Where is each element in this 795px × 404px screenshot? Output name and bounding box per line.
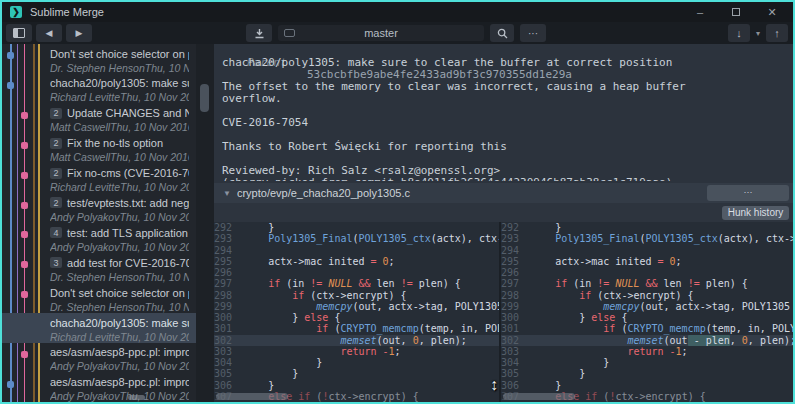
diff-line[interactable]: 296: [214, 267, 499, 278]
commit-row[interactable]: aes/asm/aesp8-ppc.pl: improve [backward]…: [2, 343, 196, 373]
diff-line[interactable]: 306 }: [501, 380, 793, 391]
line-number: 305: [501, 368, 531, 379]
pull-button[interactable]: ↓: [728, 24, 750, 42]
push-dropdown-button[interactable]: ▾: [790, 24, 795, 42]
back-icon: ◀: [46, 28, 53, 38]
line-number: 303: [214, 346, 244, 357]
diff-line[interactable]: 301 if (CRYPTO_memcmp(temp, in, POLY1305…: [214, 323, 499, 334]
commit-button[interactable]: [246, 24, 272, 42]
commit-title: 4test: add TLS application data corrupti…: [50, 226, 189, 240]
diff-line[interactable]: 304 }: [501, 357, 793, 368]
diff-line[interactable]: 297 if (in != NULL && len != plen) { /* …: [214, 278, 499, 289]
commit-row[interactable]: 4test: add TLS application data corrupti…: [2, 223, 196, 253]
commit-row[interactable]: 3add test for CVE-2016-7053Dr. Stephen H…: [2, 253, 196, 283]
code-text: }: [244, 357, 499, 368]
file-more-button[interactable]: ···: [707, 185, 789, 201]
commit-meta: Dr. Stephen HensonThu, 10 Nov 2016: [50, 271, 189, 283]
diff-line[interactable]: 302 memset(out, 0, plen);: [214, 335, 499, 346]
diff-line[interactable]: 300 } else {: [501, 312, 793, 323]
toggle-sidebar-button[interactable]: [6, 24, 32, 42]
back-button[interactable]: ◀: [36, 24, 62, 42]
diff-hscroll-thumb[interactable]: [503, 393, 575, 400]
diff-line[interactable]: 294: [214, 245, 499, 256]
line-number: 301: [501, 323, 531, 334]
diff-line[interactable]: 305 }: [214, 368, 499, 379]
commit-row[interactable]: 2test/evptests.txt: add negative tests f…: [2, 193, 196, 223]
line-number: 293: [214, 233, 244, 244]
line-number: 305: [214, 368, 244, 379]
line-number: 296: [501, 267, 531, 278]
maximize-button[interactable]: [729, 6, 743, 18]
commit-count-badge: 2: [50, 108, 62, 119]
branch-field-icon: [284, 29, 295, 37]
scrollbar-thumb[interactable]: [200, 84, 209, 112]
commit-author: Matt Caswell: [50, 121, 110, 133]
code-text: if (ctx->encrypt) {: [244, 290, 499, 301]
diff-line[interactable]: 304 }: [214, 357, 499, 368]
hunk-history-button[interactable]: Hunk history: [722, 206, 789, 220]
commit-date: Thu, 10 Nov 2016: [119, 211, 189, 223]
close-button[interactable]: ✕: [765, 6, 779, 19]
line-number: 297: [501, 278, 531, 289]
diff-line[interactable]: 292 }: [214, 222, 499, 233]
commit-row[interactable]: chacha20/poly1305: make sure to clear th…: [2, 313, 196, 343]
commit-title: 2Fix no-cms (CVE-2016-7053): [50, 166, 189, 180]
diff-hscroll-thumb[interactable]: [216, 393, 288, 400]
commit-row[interactable]: chacha20/poly1305: make sure to clear th…: [2, 74, 196, 104]
diff-line[interactable]: 298 if (ctx->encrypt) {: [214, 290, 499, 301]
commit-list-hscroll-thumb[interactable]: [128, 395, 145, 400]
line-number: 297: [214, 278, 244, 289]
diff-line[interactable]: 302 memset(out - plen, 0, plen);: [501, 335, 793, 346]
window-title: Sublime Merge: [30, 6, 693, 18]
push-button[interactable]: ↑: [766, 24, 788, 42]
diff-line[interactable]: 306 }: [214, 380, 499, 391]
commit-row[interactable]: Don't set choice selector on parse failu…: [2, 44, 196, 74]
line-number: 302: [501, 335, 531, 346]
diff-line[interactable]: 297 if (in != NULL && len != plen) { /* …: [501, 278, 793, 289]
diff-line[interactable]: 299 memcpy(out, actx->tag, POLY1305_BLOC…: [501, 301, 793, 312]
commit-list-scrollbar: [196, 44, 214, 402]
pull-dropdown-button[interactable]: ▾: [752, 24, 764, 42]
diff-line[interactable]: 293 Poly1305_Final(POLY1305_ctx(actx), c…: [214, 233, 499, 244]
diff-line[interactable]: 295 actx->mac_inited = 0;: [214, 256, 499, 267]
commit-row[interactable]: Don't set choice selector on parse failu…: [2, 283, 196, 313]
line-number: 294: [501, 245, 531, 256]
code-text: if (ctx->encrypt) {: [531, 290, 793, 301]
diff-line[interactable]: 303 return -1;: [501, 346, 793, 357]
diff-line[interactable]: 292 }: [501, 222, 793, 233]
file-diff-header[interactable]: ▼ crypto/evp/e_chacha20_poly1305.c ···: [214, 183, 793, 203]
diff-line[interactable]: 303 return -1;: [214, 346, 499, 357]
title-bar: ❯ Sublime Merge – ✕: [2, 2, 793, 22]
diff-line[interactable]: 299 memcpy(out, actx->tag, POLY1305_BLOC…: [214, 301, 499, 312]
commit-row[interactable]: 2Update CHANGES and NEWSMatt CaswellThu,…: [2, 104, 196, 134]
commit-title-text: aes/asm/aesp8-ppc.pl: improve [backward]: [50, 346, 189, 358]
diff-pane-left: 292 }293 Poly1305_Final(POLY1305_ctx(act…: [214, 222, 501, 402]
commit-author: Dr. Stephen Henson: [50, 62, 145, 74]
search-button[interactable]: [490, 24, 514, 42]
minimize-button[interactable]: –: [693, 6, 707, 18]
added-text: - plen: [688, 335, 730, 346]
commit-date: Thu, 10 Nov 2016: [119, 241, 189, 253]
commit-row[interactable]: 2Fix the no-tls optionMatt CaswellThu, 1…: [2, 134, 196, 164]
diff-line[interactable]: 300 } else {: [214, 312, 499, 323]
diff-line[interactable]: 305 }: [501, 368, 793, 379]
commit-author: Dr. Stephen Henson: [50, 271, 145, 283]
commit-row[interactable]: 2Fix no-cms (CVE-2016-7053)Richard Levit…: [2, 164, 196, 194]
commit-title-text: test/evptests.txt: add negative tests fo…: [67, 197, 189, 209]
commit-meta: Andy PolyakovThu, 10 Nov 2016: [50, 390, 189, 402]
line-number: 298: [501, 290, 531, 301]
collapse-icon[interactable]: ▼: [223, 189, 231, 198]
diff-line[interactable]: 294: [501, 245, 793, 256]
diff-line[interactable]: 301 if (CRYPTO_memcmp(temp, in, POLY1305…: [501, 323, 793, 334]
diff-line[interactable]: 293 Poly1305_Final(POLY1305_ctx(actx), c…: [501, 233, 793, 244]
branch-search-input[interactable]: [278, 25, 484, 41]
more-options-button[interactable]: ···: [520, 24, 546, 42]
diff-line[interactable]: 296: [501, 267, 793, 278]
forward-button[interactable]: ▶: [66, 24, 92, 42]
diff-line[interactable]: 295 actx->mac_inited = 0;: [501, 256, 793, 267]
commit-details-pane: Parent 53cbcbfbe9abe4fe2433ad9bf3c970355…: [214, 44, 793, 402]
code-text: memcpy(out, actx->tag, POLY1305_BLOCK_SI…: [531, 301, 793, 312]
sidebar-toggle-icon: [13, 28, 25, 38]
commit-row[interactable]: aes/asm/aesp8-ppc.pl: improve [backward]…: [2, 373, 196, 402]
diff-line[interactable]: 298 if (ctx->encrypt) {: [501, 290, 793, 301]
